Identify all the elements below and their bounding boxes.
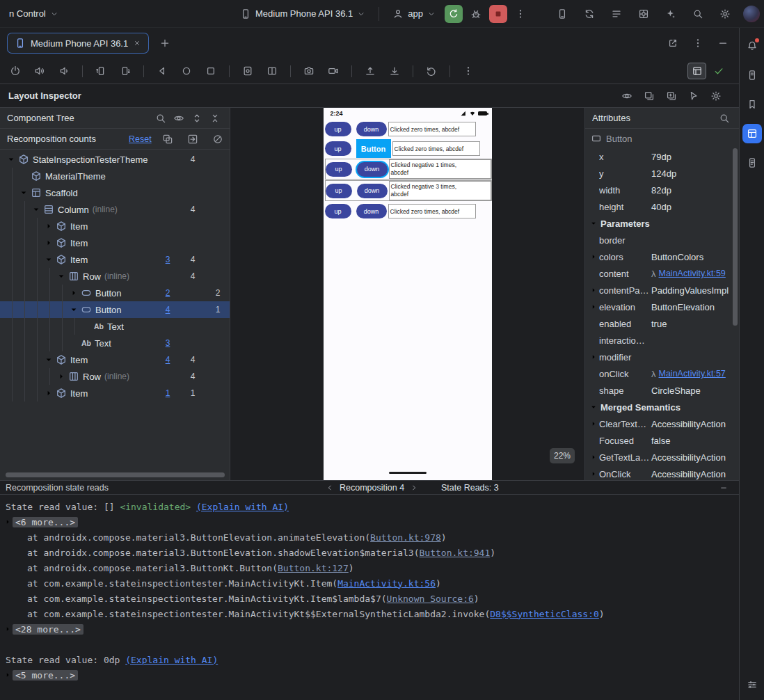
hide-toolwindow-button[interactable] [714,34,732,52]
rotate-right-button[interactable] [116,62,134,80]
up-button[interactable]: up [325,122,351,136]
recomposition-count[interactable]: 1 [161,388,174,398]
chevron-down-icon[interactable] [6,154,17,164]
chevron-right-icon[interactable] [589,303,599,311]
chevron-right-icon[interactable] [589,286,599,294]
explain-ai-link[interactable]: (Explain with AI) [196,502,289,512]
tab-options-button[interactable] [689,34,707,52]
stop-button[interactable] [489,5,507,23]
attr-row-border[interactable]: border [585,232,739,248]
sliders-button[interactable] [742,675,762,694]
stack-frame-link[interactable]: MainActivity.kt:56 [337,578,436,589]
fold-toggle[interactable]: <6 more...> [13,517,78,527]
volume-up-button[interactable] [31,62,49,80]
tree-node-button[interactable]: Button22 [0,285,230,301]
attr-row-width[interactable]: width82dp [585,182,739,198]
attr-row-colors[interactable]: colorsButtonColors [585,248,739,265]
attr-row-enabled[interactable]: enabledtrue [585,315,739,332]
down-button[interactable]: down [356,122,387,136]
up-button[interactable]: up [325,204,351,218]
tree-node-materialtheme[interactable]: MaterialTheme [0,168,230,184]
tree-node-stateinspectiontestertheme[interactable]: StateInspectionTesterTheme4 [0,151,230,168]
attr-row-gettextla-[interactable]: GetTextLa…AccessibilityAction [585,449,739,466]
rerun-button[interactable] [445,5,463,23]
fold-chevron-icon[interactable] [3,671,13,679]
up-button[interactable]: up [325,141,351,156]
recomposition-count[interactable]: 3 [161,338,174,348]
stack-frame-link[interactable]: D8$$SyntheticClass:0 [490,609,599,619]
tree-node-row[interactable]: Row(inline)4 [0,368,230,385]
console-line[interactable]: <5 more...> [0,667,739,683]
attr-row-focused[interactable]: Focusedfalse [585,432,739,449]
rotate-left-button[interactable] [92,62,110,80]
stack-frame-link[interactable]: Unknown Source:6 [387,594,474,604]
chevron-right-icon[interactable] [589,470,599,478]
chevron-right-icon[interactable] [43,238,54,248]
screenshot-button[interactable] [239,62,257,80]
device-manager-button[interactable] [553,5,571,23]
sync-button[interactable] [580,5,598,23]
fold-toggle[interactable]: <28 more...> [13,624,83,635]
up-button[interactable]: up [326,184,352,198]
expand-all-button[interactable] [189,111,205,126]
chevron-right-icon[interactable] [68,288,79,298]
counts-button[interactable] [159,131,176,148]
kebab-button[interactable] [459,62,477,80]
chevron-right-icon[interactable] [589,253,599,261]
recomposition-count[interactable]: 3 [161,255,174,264]
device-screen[interactable]: 2:24 updownClicked zero times, abcdefupB… [324,108,492,480]
attr-row-onclick[interactable]: onClickλMainActivity.kt:57 [585,365,739,382]
structure-button[interactable] [607,5,626,23]
chevron-right-icon[interactable] [43,221,54,231]
search-button[interactable] [689,5,707,23]
fold-chevron-icon[interactable] [3,518,13,526]
close-tab-icon[interactable] [133,39,141,47]
chevron-down-icon[interactable] [31,205,42,214]
previous-recomposition-icon[interactable] [326,484,334,492]
down-button[interactable]: down [356,204,387,218]
chevron-right-icon[interactable] [43,388,54,398]
stack-frame-link[interactable]: Button.kt:941 [420,548,491,558]
up-button[interactable]: up [326,162,352,177]
recomposition-count[interactable]: 4 [161,305,174,315]
attr-row-onclick[interactable]: OnClickAccessibilityAction [585,466,739,480]
collapse-all-button[interactable] [207,111,223,126]
debug-button[interactable] [467,5,485,23]
source-location-link[interactable]: MainActivity.kt:57 [659,369,726,379]
video-button[interactable] [324,62,342,80]
attr-section-parameters[interactable]: Parameters [585,215,739,232]
console-line[interactable]: <28 more...> [0,621,739,637]
tree-node-row[interactable]: Row(inline)4 [0,268,230,285]
layers-button[interactable] [640,87,658,105]
device-tab[interactable]: Medium Phone API 36.1 [7,33,149,54]
attributes-search-button[interactable] [717,111,732,126]
recomposition-count[interactable]: 4 [161,355,174,365]
more-run-actions-button[interactable] [511,5,530,23]
source-location-link[interactable]: MainActivity.kt:59 [659,269,726,278]
eye-button[interactable] [171,111,186,126]
undo-button[interactable] [422,62,440,80]
tree-node-button[interactable]: Button41 [0,301,230,318]
down-button[interactable]: down [357,184,388,198]
attr-row-content[interactable]: contentλMainActivity.kt:59 [585,265,739,282]
recomposition-count[interactable]: 2 [161,288,174,298]
upload-button[interactable] [361,62,379,80]
tree-node-item[interactable]: Item [0,234,230,251]
new-tab-button[interactable] [156,34,174,52]
state-reads-console[interactable]: State read value: [] <invalidated> (Expl… [0,495,739,700]
eye-button[interactable] [618,87,636,105]
skips-button[interactable] [184,131,201,148]
attr-section-merged-semantics[interactable]: Merged Semantics [585,399,739,415]
stack-frame-link[interactable]: Button.kt:978 [370,532,441,543]
app-inspection-button[interactable] [635,5,653,23]
chevron-right-icon[interactable] [589,453,599,461]
stack-frame-link[interactable]: Button.kt:127 [278,563,349,573]
attr-row-modifier[interactable]: modifier [585,349,739,365]
tree-horizontal-scrollbar[interactable] [6,472,225,477]
chevron-right-icon[interactable] [589,353,599,361]
search-button[interactable] [153,111,168,126]
overview-button[interactable] [202,62,220,80]
download-button[interactable] [385,62,404,80]
tree-node-text[interactable]: AbText3 [0,335,230,351]
down-button[interactable]: down [357,162,388,177]
